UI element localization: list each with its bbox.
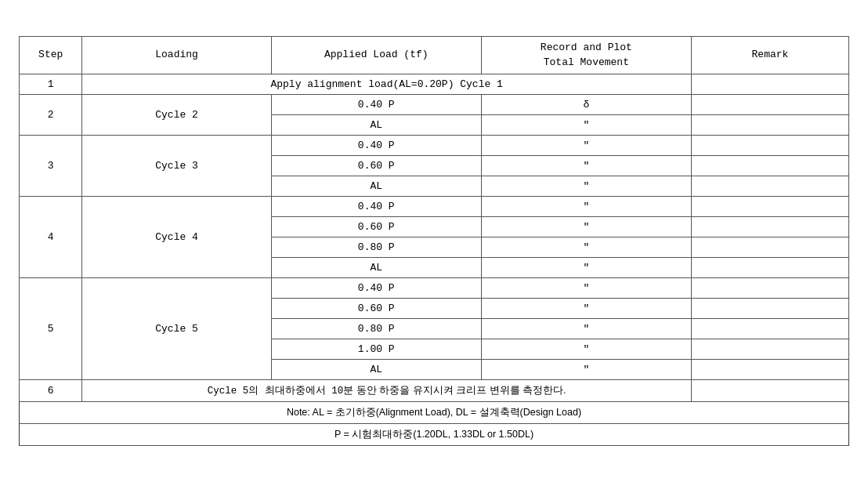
- span-cell: Apply alignment load(AL=0.20P) Cycle 1: [82, 74, 691, 94]
- record-cell: ″: [481, 155, 691, 176]
- remark-cell: [691, 277, 848, 298]
- record-cell: ″: [481, 176, 691, 196]
- record-cell: ″: [481, 237, 691, 257]
- record-cell: ″: [481, 339, 691, 359]
- remark-cell: [691, 74, 848, 94]
- remark-cell: [691, 298, 848, 318]
- main-table-container: Step Loading Applied Load (tf) Record an…: [19, 36, 849, 445]
- record-cell: ″: [481, 216, 691, 237]
- loading-cell: Cycle 2: [82, 94, 271, 135]
- remark-cell: [691, 257, 848, 277]
- applied-load-cell: AL: [271, 114, 481, 135]
- remark-cell: [691, 359, 848, 379]
- step-cell: 2: [20, 94, 82, 135]
- step-cell: 5: [20, 277, 82, 379]
- record-cell: ″: [481, 359, 691, 379]
- record-cell: ″: [481, 257, 691, 277]
- record-cell: δ: [481, 94, 691, 114]
- remark-cell: [691, 94, 848, 114]
- step-cell: 6: [20, 379, 82, 401]
- applied-load-cell: 0.60 P: [271, 216, 481, 237]
- note-row-0: Note: AL = 초기하중(Alignment Load), DL = 설계…: [20, 401, 849, 423]
- record-cell: ″: [481, 114, 691, 135]
- applied-load-cell: 0.80 P: [271, 237, 481, 257]
- remark-cell: [691, 339, 848, 359]
- note-row-1: P = 시험최대하중(1.20DL, 1.33DL or 1.50DL): [20, 423, 849, 445]
- applied-load-cell: AL: [271, 359, 481, 379]
- remark-cell: [691, 216, 848, 237]
- applied-load-cell: AL: [271, 176, 481, 196]
- applied-load-cell: 1.00 P: [271, 339, 481, 359]
- remark-cell: [691, 135, 848, 155]
- remark-cell: [691, 176, 848, 196]
- span-cell: Cycle 5의 최대하중에서 10분 동안 하중을 유지시켜 크리프 변위를 …: [82, 379, 691, 401]
- applied-load-cell: 0.40 P: [271, 135, 481, 155]
- record-cell: ″: [481, 196, 691, 216]
- record-cell: ″: [481, 135, 691, 155]
- remark-cell: [691, 196, 848, 216]
- applied-load-cell: 0.60 P: [271, 155, 481, 176]
- applied-load-cell: 0.60 P: [271, 298, 481, 318]
- record-cell: ″: [481, 277, 691, 298]
- applied-load-cell: 0.40 P: [271, 94, 481, 114]
- step-cell: 3: [20, 135, 82, 196]
- applied-load-cell: 0.40 P: [271, 277, 481, 298]
- header-remark: Remark: [691, 37, 848, 74]
- applied-load-cell: 0.80 P: [271, 318, 481, 339]
- loading-cell: Cycle 3: [82, 135, 271, 196]
- header-step: Step: [20, 37, 82, 74]
- remark-cell: [691, 114, 848, 135]
- header-record-plot: Record and PlotTotal Movement: [481, 37, 691, 74]
- applied-load-cell: 0.40 P: [271, 196, 481, 216]
- remark-cell: [691, 379, 848, 401]
- header-applied-load: Applied Load (tf): [271, 37, 481, 74]
- header-loading: Loading: [82, 37, 271, 74]
- loading-cell: Cycle 4: [82, 196, 271, 277]
- remark-cell: [691, 318, 848, 339]
- record-cell: ″: [481, 318, 691, 339]
- record-cell: ″: [481, 298, 691, 318]
- step-cell: 1: [20, 74, 82, 94]
- loading-cell: Cycle 5: [82, 277, 271, 379]
- remark-cell: [691, 155, 848, 176]
- applied-load-cell: AL: [271, 257, 481, 277]
- data-table: Step Loading Applied Load (tf) Record an…: [19, 36, 849, 445]
- step-cell: 4: [20, 196, 82, 277]
- remark-cell: [691, 237, 848, 257]
